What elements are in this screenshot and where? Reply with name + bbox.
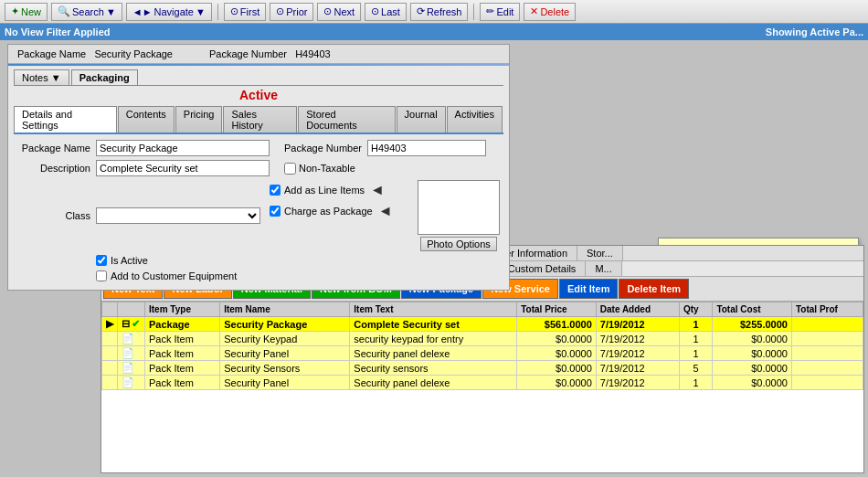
dropdown-arrow-icon2: ▼ xyxy=(196,6,206,17)
last-button[interactable]: ⊙ Last xyxy=(365,3,407,21)
tab-notes[interactable]: Notes ▼ xyxy=(14,69,69,85)
photo-options-button[interactable]: Photo Options xyxy=(420,237,497,251)
cell-type: Pack Item xyxy=(145,332,220,346)
cell-date_added: 7/19/2012 xyxy=(596,361,679,376)
delete-button[interactable]: ✕ Delete xyxy=(524,3,576,21)
btab-stor[interactable]: Stor... xyxy=(577,246,623,260)
tab-details-settings[interactable]: Details and Settings xyxy=(14,106,117,132)
delete-icon: ✕ xyxy=(530,5,538,17)
filter-status: No View Filter Applied xyxy=(5,26,111,37)
table-col-expand xyxy=(118,302,145,317)
add-line-items-label: Add as Line Items xyxy=(284,185,365,196)
pkg-number-label: Package Number xyxy=(284,143,362,154)
outer-tabs-container: Notes ▼ Packaging xyxy=(8,66,509,86)
pkg-number-input[interactable] xyxy=(367,140,486,156)
search-button[interactable]: 🔍 Search ▼ xyxy=(51,3,122,21)
pkg-name-label: Package Name xyxy=(17,143,90,154)
row-expand: ⊟✔ xyxy=(118,317,145,332)
prior-icon: ⊙ xyxy=(276,5,284,17)
description-label: Description xyxy=(17,163,90,174)
new-button[interactable]: ✦ New xyxy=(5,3,48,21)
refresh-icon: ⟳ xyxy=(417,5,425,17)
cell-total_price: $561.0000 xyxy=(517,317,597,332)
cell-date_added: 7/19/2012 xyxy=(596,332,679,346)
row-expand: 📄 xyxy=(118,332,145,346)
package-name-info: Package Name Security Package xyxy=(17,48,173,59)
cell-text: Complete Security set xyxy=(350,317,517,332)
tab-pricing[interactable]: Pricing xyxy=(175,106,223,132)
cell-type: Pack Item xyxy=(145,376,220,390)
cell-total_price: $0.0000 xyxy=(517,376,597,390)
cell-type: Pack Item xyxy=(145,361,220,376)
add-line-items-checkbox[interactable] xyxy=(270,185,281,196)
photo-preview xyxy=(418,180,500,235)
inner-tabs-container: Details and Settings Contents Pricing Sa… xyxy=(14,106,503,134)
tab-contents[interactable]: Contents xyxy=(118,106,175,132)
tab-packaging[interactable]: Packaging xyxy=(71,69,138,85)
first-button[interactable]: ⊙ First xyxy=(224,3,266,21)
cell-text: Security sensors xyxy=(350,361,517,376)
search-icon: 🔍 xyxy=(58,5,70,17)
is-active-label: Is Active xyxy=(111,255,148,266)
table-header-0: Item Type xyxy=(145,302,220,317)
tab-sales-history[interactable]: Sales History xyxy=(223,106,297,132)
pkg-name-input[interactable] xyxy=(96,140,270,156)
cell-total_price: $0.0000 xyxy=(517,346,597,361)
cell-name: Security Panel xyxy=(220,376,350,390)
next-icon: ⊙ xyxy=(323,5,332,17)
non-taxable-checkbox[interactable] xyxy=(284,163,296,175)
btab2-custom-details[interactable]: Custom Details xyxy=(499,261,587,276)
status-bar: No View Filter Applied Showing Active Pa… xyxy=(0,24,868,40)
prior-button[interactable]: ⊙ Prior xyxy=(270,3,313,21)
table-header-2: Item Text xyxy=(350,302,517,317)
add-customer-equip-checkbox[interactable] xyxy=(96,270,107,281)
order-items-table-container[interactable]: Item TypeItem NameItem TextTotal PriceDa… xyxy=(101,302,863,390)
edit-button[interactable]: ✏ Edit xyxy=(480,3,520,21)
cell-name: Security Panel xyxy=(220,346,350,361)
is-active-checkbox[interactable] xyxy=(96,255,107,266)
cell-total_prof xyxy=(791,317,863,332)
cell-text: Security panel delexe xyxy=(350,376,517,390)
table-col-expand xyxy=(102,302,118,317)
class-select[interactable] xyxy=(96,207,260,224)
table-header-5: Qty xyxy=(679,302,712,317)
table-row[interactable]: ▶⊟✔PackageSecurity PackageComplete Secur… xyxy=(102,317,863,332)
refresh-button[interactable]: ⟳ Refresh xyxy=(410,3,469,21)
table-row[interactable]: 📄Pack ItemSecurity PanelSecurity panel d… xyxy=(102,376,863,390)
table-row[interactable]: 📄Pack ItemSecurity SensorsSecurity senso… xyxy=(102,361,863,376)
cell-qty: 1 xyxy=(679,346,712,361)
cell-total_prof xyxy=(791,376,863,390)
cell-name: Security Package xyxy=(220,317,350,332)
cell-text: Security panel delexe xyxy=(350,346,517,361)
tab-journal[interactable]: Journal xyxy=(397,106,446,132)
toolbar-separator2 xyxy=(473,4,474,20)
toolbar-separator xyxy=(217,4,218,20)
row-arrow: ▶ xyxy=(102,317,118,332)
cell-total_cost: $0.0000 xyxy=(713,332,792,346)
charge-as-package-checkbox[interactable] xyxy=(270,206,281,217)
action-btn-6[interactable]: Edit Item xyxy=(559,279,618,299)
cell-qty: 1 xyxy=(679,332,712,346)
cell-total_price: $0.0000 xyxy=(517,361,597,376)
cell-qty: 1 xyxy=(679,376,712,390)
navigate-button[interactable]: ◄► Navigate ▼ xyxy=(126,3,212,21)
cell-date_added: 7/19/2012 xyxy=(596,376,679,390)
tab-stored-docs[interactable]: Stored Documents xyxy=(298,106,395,132)
cell-date_added: 7/19/2012 xyxy=(596,317,679,332)
form-body: Package Name Package Number Description … xyxy=(8,134,509,290)
description-input[interactable] xyxy=(96,160,270,176)
tab-activities[interactable]: Activities xyxy=(447,106,503,132)
cell-qty: 5 xyxy=(679,361,712,376)
cell-total_cost: $0.0000 xyxy=(713,361,792,376)
cell-type: Pack Item xyxy=(145,346,220,361)
class-label: Class xyxy=(17,210,90,221)
cell-total_cost: $0.0000 xyxy=(713,346,792,361)
btab2-m[interactable]: M... xyxy=(586,261,621,276)
table-header-4: Date Added xyxy=(596,302,679,317)
order-items-table: Item TypeItem NameItem TextTotal PriceDa… xyxy=(101,302,863,390)
row-arrow xyxy=(102,376,118,390)
next-button[interactable]: ⊙ Next xyxy=(317,3,361,21)
table-row[interactable]: 📄Pack ItemSecurity Keypadsecurity keypad… xyxy=(102,332,863,346)
table-row[interactable]: 📄Pack ItemSecurity PanelSecurity panel d… xyxy=(102,346,863,361)
action-btn-7[interactable]: Delete Item xyxy=(619,279,689,299)
